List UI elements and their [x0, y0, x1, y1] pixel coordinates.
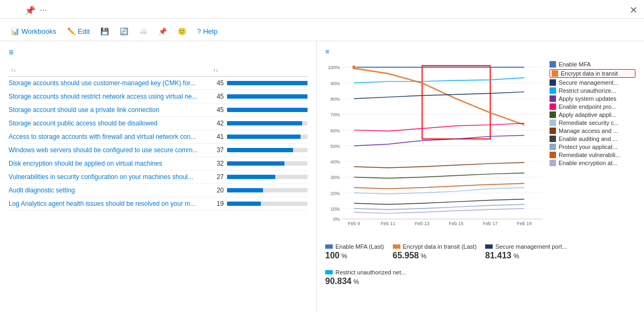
footer-metric-label: Restrict unauthorized net...	[335, 269, 406, 276]
recommendation-name[interactable]: Access to storage accounts with firewall…	[9, 133, 211, 140]
footer-metric-value: 100 %	[325, 251, 384, 261]
recommendation-name[interactable]: Storage accounts should use customer-man…	[9, 79, 211, 87]
bar-fill	[227, 135, 301, 139]
legend-color-swatch	[550, 95, 556, 102]
chart-icon: ≡	[325, 48, 330, 56]
bar-fill	[227, 175, 275, 179]
legend-label: Apply system updates	[559, 95, 617, 102]
more-icon[interactable]: ···	[40, 5, 47, 16]
toolbar-pin[interactable]: 📌	[154, 25, 171, 38]
left-panel: ≡ ↑↓ ↑↓ Storage accounts should use cust…	[0, 41, 317, 313]
legend-color-swatch	[552, 70, 558, 77]
recommendation-name[interactable]: Disk encryption should be applied on vir…	[9, 160, 211, 167]
sort-icon-name[interactable]: ↑↓	[11, 67, 16, 73]
bar-background	[227, 188, 308, 192]
sort-icon-count[interactable]: ↑↓	[213, 67, 218, 73]
count-value: 45	[211, 79, 224, 87]
svg-text:Feb 15: Feb 15	[449, 221, 463, 226]
edit-label: Edit	[78, 27, 90, 35]
footer-value: 81.413	[485, 251, 511, 260]
footer-metric-value: 90.834 %	[325, 277, 406, 286]
svg-text:10%: 10%	[331, 206, 340, 212]
count-value: 41	[211, 133, 224, 140]
svg-text:Feb 17: Feb 17	[483, 221, 497, 226]
legend-label: Apply adaptive appli...	[559, 111, 617, 118]
recommendation-name[interactable]: Storage account public access should be …	[9, 120, 211, 127]
footer-value: 65.958	[393, 251, 419, 260]
legend-item: Manage access and ...	[550, 128, 635, 134]
recommendation-name[interactable]: Vulnerabilities in security configuratio…	[9, 173, 211, 181]
toolbar-feedback[interactable]: 🙂	[173, 25, 191, 38]
chart-legend: Enable MFA Encrypt data in transit Secur…	[550, 61, 635, 238]
legend-item: Enable endpoint pro...	[550, 103, 635, 110]
toolbar-refresh[interactable]: 🔄	[115, 25, 133, 38]
footer-metric: Secure management port... 81.413 %	[485, 243, 567, 261]
toolbar-help[interactable]: ? Help	[193, 25, 222, 38]
bar-fill	[227, 161, 284, 166]
count-value: 45	[211, 93, 224, 100]
footer-unit: %	[341, 252, 347, 260]
recommendation-name[interactable]: Audit diagnostic setting	[9, 187, 211, 194]
legend-color-swatch	[550, 61, 556, 68]
bar-fill	[227, 121, 302, 125]
svg-text:50%: 50%	[331, 144, 340, 149]
svg-text:80%: 80%	[331, 96, 340, 102]
legend-color-swatch	[550, 152, 556, 158]
toolbar-workbooks[interactable]: 📊 Workbooks	[6, 25, 61, 38]
legend-item: Restrict unauthorize...	[550, 87, 635, 94]
toolbar-cloud[interactable]: ☁️	[135, 25, 152, 38]
footer-metric-value: 65.958 %	[393, 251, 477, 261]
bar-fill	[227, 108, 308, 112]
footer-metric: Enable MFA (Last) 100 %	[325, 243, 384, 261]
svg-text:60%: 60%	[331, 128, 340, 133]
unhealthy-count-cell: 20	[211, 187, 308, 194]
footer-color-swatch	[393, 244, 400, 249]
chart-svg-area: 100% 90% 80% 70% 60% 50% 40% 30% 20% 10%…	[325, 61, 545, 238]
legend-color-swatch	[550, 160, 556, 166]
legend-color-swatch	[550, 111, 556, 118]
close-button[interactable]: ✕	[630, 4, 638, 16]
recommendation-name[interactable]: Log Analytics agent health issues should…	[9, 200, 211, 207]
legend-item[interactable]: Encrypt data in transit	[550, 69, 635, 78]
unhealthy-count-cell: 37	[211, 146, 308, 154]
footer-unit: %	[354, 278, 360, 286]
bar-fill	[227, 148, 293, 152]
refresh-icon: 🔄	[120, 27, 128, 35]
legend-color-swatch	[550, 79, 556, 86]
bar-background	[227, 161, 308, 166]
svg-text:Feb 11: Feb 11	[380, 221, 395, 226]
recommendation-name[interactable]: Storage account should use a private lin…	[9, 106, 211, 114]
footer-unit: %	[421, 252, 427, 260]
workbooks-label: Workbooks	[21, 27, 56, 35]
table-row: Log Analytics agent health issues should…	[9, 197, 308, 211]
table-row: Storage accounts should use customer-man…	[9, 77, 308, 90]
recommendation-name[interactable]: Windows web servers should be configured…	[9, 146, 211, 154]
legend-color-swatch	[550, 144, 556, 150]
cloud-icon: ☁️	[139, 27, 148, 35]
table-row: Storage account public access should be …	[9, 117, 308, 130]
count-value: 45	[211, 106, 224, 114]
help-label: Help	[203, 27, 217, 35]
bar-background	[227, 121, 308, 125]
legend-item: Enable encryption at...	[550, 160, 635, 166]
unhealthy-count-cell: 42	[211, 120, 308, 127]
footer-metric: Restrict unauthorized net... 90.834 %	[325, 269, 406, 286]
unhealthy-count-cell: 41	[211, 133, 308, 140]
pin-icon[interactable]: 📌	[25, 5, 35, 16]
recommendation-name[interactable]: Storage accounts should restrict network…	[9, 93, 211, 100]
legend-label: Restrict unauthorize...	[559, 87, 616, 94]
legend-label: Protect your applicat...	[559, 144, 617, 150]
legend-label: Secure management...	[559, 79, 618, 86]
footer-metric-value: 81.413 %	[485, 251, 567, 261]
footer-label-row: Encrypt data in transit (Last)	[393, 243, 477, 250]
col-count-header: ↑↓	[211, 67, 308, 73]
recommendations-table: Storage accounts should use customer-man…	[9, 77, 308, 211]
save-icon: 💾	[100, 27, 109, 35]
legend-label: Manage access and ...	[559, 128, 618, 134]
edit-icon: ✏️	[67, 27, 76, 35]
count-value: 32	[211, 160, 224, 167]
unhealthy-count-cell: 45	[211, 79, 308, 87]
svg-text:20%: 20%	[331, 191, 340, 196]
toolbar-save[interactable]: 💾	[96, 25, 113, 38]
toolbar-edit[interactable]: ✏️ Edit	[63, 25, 94, 38]
